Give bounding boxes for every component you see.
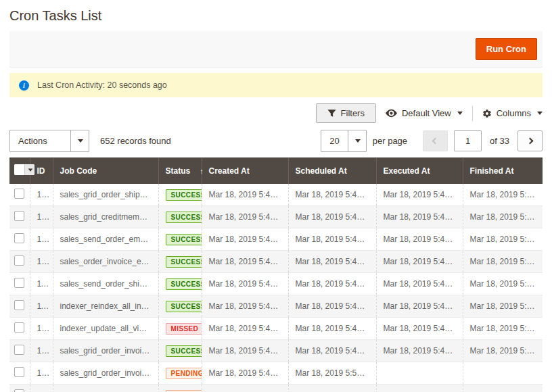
cell-executed-at: Mar 18, 2019 5:47:20 AM bbox=[376, 340, 463, 362]
cell-executed-at: Mar 18, 2019 5:47:20 AM bbox=[376, 251, 463, 273]
previous-page-button bbox=[423, 130, 448, 151]
total-pages-text: of 33 bbox=[490, 136, 509, 146]
row-checkbox[interactable] bbox=[14, 278, 24, 288]
table-header-row: ID Job Code Status↑ Created At Scheduled… bbox=[9, 157, 543, 184]
columns-dropdown[interactable]: Columns bbox=[482, 108, 543, 118]
table-row: 1058 sales_grid_creditmemo_async SUCCESS… bbox=[9, 206, 543, 228]
row-checkbox[interactable] bbox=[14, 300, 24, 310]
table-row: 1098 sales_order_invoice_emails SUCCESS … bbox=[9, 251, 543, 273]
cell-created-at: Mar 18, 2019 5:47:11 AM bbox=[202, 385, 288, 392]
cell-finished-at: Mar 18, 2019 5:47:20 AM bbox=[463, 340, 543, 362]
chevron-left-icon bbox=[432, 138, 439, 145]
cell-id: 1038 bbox=[30, 184, 53, 206]
cell-id: 1025 bbox=[30, 385, 53, 392]
table-row: 1025 sales_grid_order_invoice_async PEND… bbox=[9, 385, 543, 392]
row-checkbox[interactable] bbox=[14, 233, 24, 243]
cell-job-code: sales_order_invoice_emails bbox=[53, 251, 158, 273]
per-page-label: per page bbox=[373, 136, 407, 146]
cell-created-at: Mar 18, 2019 5:47:11 AM bbox=[202, 362, 288, 385]
cell-id: 1200 bbox=[30, 318, 53, 340]
status-badge: SUCCESS bbox=[166, 278, 202, 290]
cell-id: 1024 bbox=[30, 362, 53, 385]
row-checkbox[interactable] bbox=[14, 322, 24, 333]
chevron-down-icon[interactable] bbox=[24, 164, 34, 175]
cron-tasks-page: Cron Tasks List Run Cron i Last Cron Act… bbox=[0, 8, 552, 392]
filters-button[interactable]: Filters bbox=[316, 103, 376, 123]
status-badge: SUCCESS bbox=[166, 345, 202, 357]
sort-ascending-icon: ↑ bbox=[200, 167, 204, 175]
cell-scheduled-at: Mar 18, 2019 5:47:00 AM bbox=[288, 318, 376, 340]
actions-select-value: Actions bbox=[10, 130, 55, 151]
cron-activity-notice: i Last Cron Activity: 20 seconds ago bbox=[9, 73, 543, 97]
cell-job-code: sales_grid_order_shipment bbox=[53, 184, 158, 206]
per-page-select[interactable]: 20 bbox=[321, 130, 366, 152]
next-page-button[interactable] bbox=[518, 130, 543, 151]
actions-select[interactable]: Actions bbox=[9, 130, 89, 152]
filter-funnel-icon bbox=[327, 109, 336, 118]
cell-created-at: Mar 18, 2019 5:47:13 AM bbox=[202, 295, 288, 318]
cell-scheduled-at: Mar 18, 2019 5:47:00 AM bbox=[288, 273, 376, 295]
cell-scheduled-at: Mar 18, 2019 5:47:00 AM bbox=[288, 228, 376, 251]
chevron-down-icon bbox=[457, 112, 463, 115]
table-row: 1024 sales_grid_order_invoice_async PEND… bbox=[9, 362, 543, 385]
status-badge: MISSED bbox=[166, 323, 202, 335]
cell-finished-at: Mar 18, 2019 5:47:20 AM bbox=[463, 273, 543, 295]
table-row: 1018 sales_grid_order_invoice_async SUCC… bbox=[9, 340, 543, 362]
cell-created-at: Mar 18, 2019 5:47:11 AM bbox=[202, 228, 288, 251]
cell-job-code: indexer_reindex_all_invalid bbox=[53, 295, 158, 318]
column-header-scheduled-at[interactable]: Scheduled At bbox=[288, 157, 376, 184]
column-header-executed-at[interactable]: Executed At bbox=[376, 157, 463, 184]
cell-finished-at bbox=[463, 385, 543, 392]
column-header-status[interactable]: Status↑ bbox=[158, 157, 202, 184]
table-row: 1078 sales_send_order_emails SUCCESS Mar… bbox=[9, 228, 543, 251]
cell-id: 1196 bbox=[30, 295, 53, 318]
cell-created-at: Mar 18, 2019 5:47:11 AM bbox=[202, 184, 288, 206]
cell-id: 1098 bbox=[30, 251, 53, 273]
status-badge: SUCCESS bbox=[166, 301, 202, 312]
row-checkbox[interactable] bbox=[14, 389, 24, 392]
status-badge: SUCCESS bbox=[166, 189, 202, 201]
cell-job-code: sales_send_order_emails bbox=[53, 228, 158, 251]
column-header-created-at[interactable]: Created At bbox=[202, 157, 288, 184]
cell-scheduled-at: Mar 18, 2019 5:53:00 AM bbox=[288, 362, 376, 385]
cell-id: 1078 bbox=[30, 228, 53, 251]
page-number-input[interactable] bbox=[454, 130, 482, 151]
default-view-dropdown[interactable]: Default View bbox=[386, 108, 463, 118]
grid-view-controls: Filters Default View Columns bbox=[9, 103, 543, 123]
per-page-value: 20 bbox=[321, 130, 347, 151]
row-checkbox[interactable] bbox=[14, 255, 24, 266]
cell-executed-at: Mar 18, 2019 5:47:21 AM bbox=[376, 295, 463, 318]
cell-scheduled-at: Mar 18, 2019 5:47:00 AM bbox=[288, 251, 376, 273]
cell-scheduled-at: Mar 18, 2019 5:47:00 AM bbox=[288, 295, 376, 318]
cell-executed-at: Mar 18, 2019 5:47:20 AM bbox=[376, 184, 463, 206]
run-cron-button[interactable]: Run Cron bbox=[476, 38, 537, 60]
status-badge: PENDING bbox=[166, 368, 202, 379]
cell-finished-at: Mar 18, 2019 5:47:21 AM bbox=[463, 295, 543, 318]
row-checkbox[interactable] bbox=[14, 345, 24, 355]
columns-label: Columns bbox=[497, 108, 531, 118]
status-badge: SUCCESS bbox=[166, 256, 202, 268]
cell-scheduled-at: Mar 18, 2019 5:47:00 AM bbox=[288, 206, 376, 228]
select-all-dropdown[interactable] bbox=[14, 164, 34, 175]
records-found-text: 652 records found bbox=[100, 136, 171, 146]
cell-executed-at bbox=[376, 385, 463, 392]
cell-finished-at: Mar 18, 2019 5:47:20 AM bbox=[463, 228, 543, 251]
row-checkbox[interactable] bbox=[14, 189, 24, 199]
cell-job-code: sales_grid_order_invoice_async bbox=[53, 385, 158, 392]
default-view-label: Default View bbox=[402, 108, 451, 118]
cell-finished-at: Mar 18, 2019 5:47:20 AM bbox=[463, 206, 543, 228]
cell-job-code: sales_grid_creditmemo_async bbox=[53, 206, 158, 228]
cron-tasks-table: ID Job Code Status↑ Created At Scheduled… bbox=[9, 157, 543, 392]
cell-created-at: Mar 18, 2019 5:47:11 AM bbox=[202, 273, 288, 295]
column-header-job-code[interactable]: Job Code bbox=[53, 157, 158, 184]
info-icon: i bbox=[19, 80, 29, 91]
row-checkbox[interactable] bbox=[14, 211, 24, 221]
select-all-checkbox[interactable] bbox=[14, 164, 24, 175]
controls-divider bbox=[472, 106, 473, 121]
eye-icon bbox=[386, 109, 397, 118]
select-all-header[interactable] bbox=[9, 157, 30, 184]
cell-scheduled-at: Mar 18, 2019 5:54:00 AM bbox=[288, 385, 376, 392]
row-checkbox[interactable] bbox=[14, 367, 24, 377]
cell-created-at: Mar 18, 2019 5:47:13 AM bbox=[202, 318, 288, 340]
column-header-finished-at[interactable]: Finished At bbox=[463, 157, 543, 184]
